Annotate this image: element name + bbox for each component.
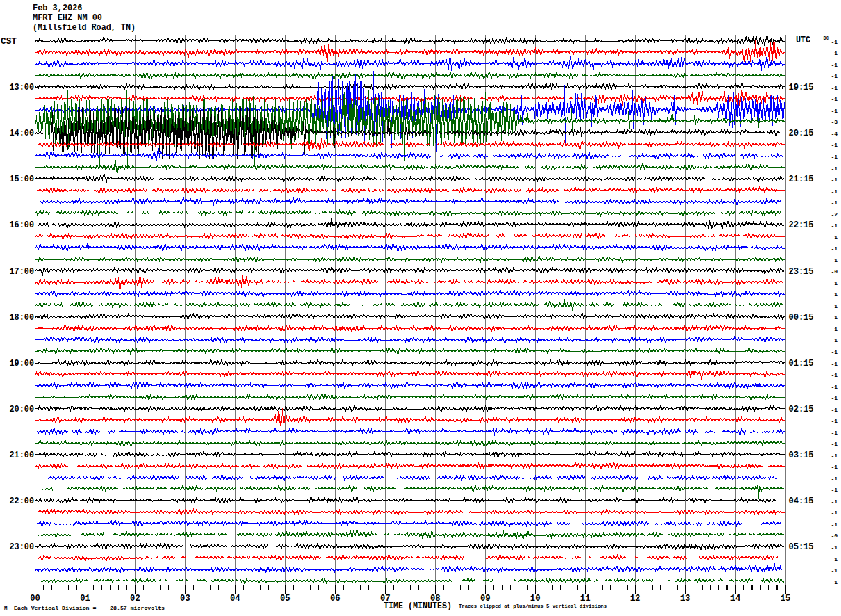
svg-text:-1: -1	[831, 544, 838, 551]
svg-text:-3: -3	[831, 119, 838, 125]
svg-text:20:15: 20:15	[789, 129, 814, 138]
svg-text:-1: -1	[831, 361, 838, 367]
svg-text:-1: -1	[831, 314, 838, 321]
svg-text:03:15: 03:15	[789, 451, 814, 460]
svg-text:00: 00	[30, 594, 40, 603]
svg-text:01:15: 01:15	[789, 359, 814, 368]
svg-text:TIME (MINUTES): TIME (MINUTES)	[384, 601, 452, 611]
svg-text:-1: -1	[831, 303, 838, 309]
svg-text:-0: -0	[831, 268, 838, 275]
svg-text:-1: -1	[831, 96, 838, 102]
svg-text:-1: -1	[831, 222, 838, 229]
svg-text:19:15: 19:15	[789, 83, 814, 92]
svg-text:09: 09	[480, 594, 491, 603]
svg-text:13:00: 13:00	[10, 83, 35, 92]
svg-text:06: 06	[330, 594, 341, 603]
svg-text:17:00: 17:00	[10, 267, 35, 277]
svg-text:14: 14	[730, 594, 741, 603]
svg-text:-1: -1	[831, 245, 838, 252]
svg-text:-1: -1	[831, 567, 838, 574]
svg-text:Each Vertical Division = 28: Each Vertical Division = 28.57 microvolt…	[14, 606, 165, 611]
svg-text:05:15: 05:15	[789, 542, 814, 552]
svg-text:-1: -1	[831, 62, 838, 68]
svg-text:-1: -1	[831, 39, 838, 45]
svg-text:-1: -1	[831, 487, 838, 493]
svg-text:12: 12	[630, 594, 641, 603]
svg-text:-1: -1	[831, 395, 838, 401]
svg-text:-1: -1	[831, 476, 838, 482]
svg-text:22:15: 22:15	[789, 220, 814, 230]
svg-text:18:00: 18:00	[10, 313, 35, 323]
svg-text:-1: -1	[831, 521, 838, 528]
svg-text:-4: -4	[831, 131, 838, 137]
svg-text:01: 01	[80, 594, 90, 603]
svg-text:-1: -1	[831, 372, 838, 378]
svg-text:-1: -1	[831, 291, 838, 298]
svg-text:15:00: 15:00	[10, 175, 35, 184]
svg-text:-1: -1	[831, 154, 838, 160]
svg-text:-1: -1	[831, 556, 838, 562]
svg-text:19:00: 19:00	[10, 359, 35, 368]
svg-text:02:15: 02:15	[789, 405, 814, 414]
svg-text:Feb 3,2026: Feb 3,2026	[33, 3, 83, 13]
svg-text:03: 03	[180, 594, 190, 603]
svg-text:21:00: 21:00	[10, 451, 35, 460]
svg-text:-1: -1	[831, 326, 838, 332]
svg-text:-1: -1	[831, 280, 838, 286]
svg-text:-1: -1	[831, 234, 838, 241]
svg-text:-1: -1	[831, 499, 838, 505]
svg-text:-1: -1	[831, 464, 838, 470]
svg-text:23:15: 23:15	[789, 267, 814, 277]
svg-text:-1: -1	[831, 337, 838, 343]
svg-text:DC: DC	[824, 35, 830, 41]
svg-text:-1: -1	[831, 384, 838, 390]
svg-text:-1: -1	[831, 165, 838, 172]
svg-text:13: 13	[680, 594, 691, 603]
svg-text:MFRT EHZ NM 00: MFRT EHZ NM 00	[33, 13, 102, 23]
svg-text:-0: -0	[831, 533, 838, 539]
svg-text:-1: -1	[831, 142, 838, 148]
svg-text:-1: -1	[831, 85, 838, 91]
svg-text:-1: -1	[831, 579, 838, 585]
svg-text:CST: CST	[1, 37, 17, 47]
svg-text:05: 05	[280, 594, 291, 603]
svg-text:11: 11	[580, 594, 591, 603]
svg-text:-1: -1	[831, 510, 838, 516]
svg-text:Traces clipped at plus/minus 5: Traces clipped at plus/minus 5 vertical …	[459, 603, 607, 609]
svg-text:-1: -1	[831, 200, 838, 206]
svg-text:00:15: 00:15	[789, 313, 814, 323]
svg-text:UTC: UTC	[796, 35, 810, 45]
svg-text:20:00: 20:00	[10, 405, 35, 414]
svg-text:15: 15	[781, 594, 791, 603]
svg-text:-1: -1	[831, 407, 838, 413]
svg-text:M: M	[4, 606, 8, 611]
svg-text:04: 04	[230, 594, 240, 603]
svg-text:10: 10	[530, 594, 541, 603]
svg-text:-1: -1	[831, 453, 838, 459]
svg-text:-1: -1	[831, 73, 838, 79]
svg-text:22:00: 22:00	[10, 496, 35, 506]
svg-text:16:00: 16:00	[10, 220, 35, 230]
svg-text:21:15: 21:15	[789, 175, 814, 184]
svg-text:14:00: 14:00	[10, 129, 35, 138]
svg-text:-1: -1	[831, 418, 838, 424]
svg-text:-1: -1	[831, 108, 838, 114]
svg-text:04:15: 04:15	[789, 496, 814, 506]
svg-text:-2: -2	[831, 211, 838, 218]
svg-text:02: 02	[130, 594, 140, 603]
svg-text:-1: -1	[831, 441, 838, 447]
svg-text:-1: -1	[831, 257, 838, 264]
svg-text:-1: -1	[831, 50, 838, 56]
svg-text:-1: -1	[831, 177, 838, 183]
svg-text:-1: -1	[831, 349, 838, 355]
svg-text:-1: -1	[831, 188, 838, 195]
svg-text:-1: -1	[831, 430, 838, 436]
svg-text:(Millsfield Road, TN): (Millsfield Road, TN)	[33, 23, 136, 33]
svg-text:23:00: 23:00	[10, 542, 35, 552]
